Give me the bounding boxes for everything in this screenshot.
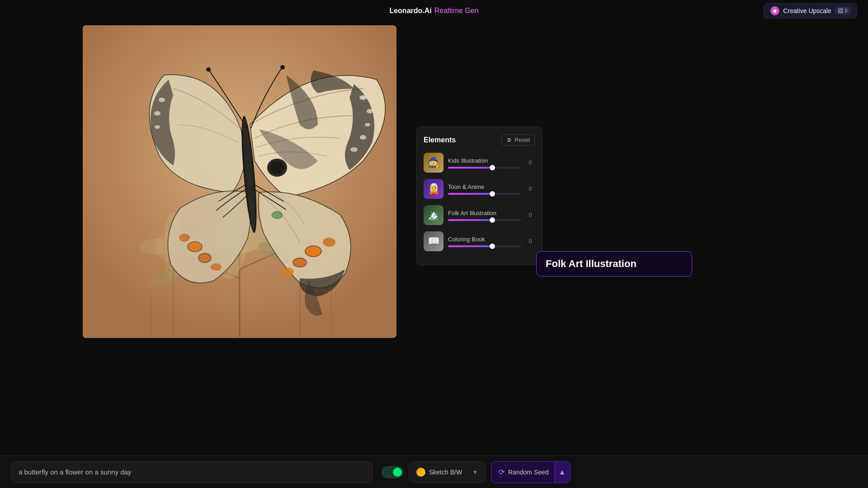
toon-anime-fill: [448, 193, 493, 195]
svg-point-27: [350, 147, 358, 152]
coloring-book-thumb: 📖: [424, 231, 443, 251]
folk-art-thumb: 🏔️: [424, 205, 443, 225]
style-selector[interactable]: Sketch B/W ▼: [409, 461, 486, 483]
svg-point-57: [270, 161, 284, 174]
element-item-coloring: 📖 Coloring Book 0: [424, 231, 535, 251]
svg-point-26: [360, 135, 366, 140]
header-center: Leonardo.Ai Realtime Gen: [389, 7, 478, 15]
toon-anime-name: Toon & Anime: [448, 183, 521, 190]
reset-icon: [506, 137, 512, 143]
element-item-toon: 🧝 Toon & Anime 0: [424, 179, 535, 199]
random-seed-label: Random Seed: [508, 469, 549, 476]
main-canvas: [83, 25, 396, 338]
toon-anime-thumb: 🧝: [424, 179, 443, 199]
reset-button[interactable]: Reset: [501, 134, 535, 145]
element-item-kids: 🧙 Kids Illustration 0: [424, 153, 535, 173]
svg-point-24: [367, 109, 373, 113]
svg-point-30: [155, 125, 160, 129]
seed-icon: ⟳: [499, 468, 505, 476]
creative-upscale-button[interactable]: Creative Upscale 🖼 8: [764, 3, 857, 19]
folk-art-name: Folk Art Illustration: [448, 210, 521, 216]
svg-point-34: [323, 238, 335, 247]
bottom-toolbar: a butterfly on a flower on a sunny day S…: [0, 455, 868, 488]
folk-art-slider-track[interactable]: [448, 219, 521, 221]
header: Leonardo.Ai Realtime Gen Creative Upscal…: [0, 0, 868, 22]
seed-expand-button[interactable]: ▲: [554, 461, 571, 483]
creative-upscale-label: Creative Upscale: [783, 7, 831, 14]
toggle-knob: [393, 468, 402, 477]
style-label: Sketch B/W: [429, 469, 462, 476]
toon-anime-slider-track[interactable]: [448, 193, 521, 195]
elements-title: Elements: [424, 136, 456, 144]
svg-point-55: [280, 65, 285, 70]
folk-art-fill: [448, 219, 493, 221]
chevron-up-icon: ▲: [559, 468, 566, 476]
prompt-toggle[interactable]: [382, 466, 403, 478]
upscale-count-badge: 🖼 8: [835, 7, 850, 15]
toggle-area: [382, 466, 403, 478]
kids-illustration-thumb: 🧙: [424, 153, 443, 173]
coloring-book-value: 0: [526, 238, 535, 244]
app-mode: Realtime Gen: [434, 7, 479, 15]
app-logo: Leonardo.Ai: [389, 7, 431, 15]
style-icon: [416, 468, 425, 477]
kids-illustration-name: Kids Illustration: [448, 157, 521, 164]
generated-image: [83, 25, 396, 338]
reset-label: Reset: [514, 136, 530, 143]
prompt-input[interactable]: [11, 461, 373, 483]
chevron-down-icon: ▼: [472, 469, 478, 475]
folk-art-popup: Folk Art Illustration: [536, 251, 692, 277]
elements-header: Elements Reset: [424, 134, 535, 145]
random-seed-button[interactable]: ⟳ Random Seed: [491, 461, 556, 483]
toon-anime-info: Toon & Anime: [448, 183, 521, 195]
random-seed-container: ⟳ Random Seed ▲: [491, 461, 571, 483]
svg-point-28: [159, 98, 165, 102]
svg-point-23: [359, 95, 367, 100]
kids-illustration-slider-track[interactable]: [448, 167, 521, 169]
elements-panel: Elements Reset 🧙 Kids Illustration 0 🧝 T…: [416, 127, 542, 265]
coloring-book-slider-track[interactable]: [448, 245, 521, 247]
svg-point-25: [365, 123, 370, 127]
coloring-book-fill: [448, 245, 493, 247]
folk-art-popup-title: Folk Art Illustration: [546, 258, 683, 270]
folk-art-thumb-handle: [490, 217, 495, 223]
svg-point-42: [179, 234, 190, 242]
butterfly-svg: [83, 25, 396, 338]
coloring-book-info: Coloring Book: [448, 236, 521, 247]
folk-art-value: 0: [526, 212, 535, 218]
coloring-book-thumb-handle: [490, 244, 495, 249]
svg-point-41: [211, 263, 222, 271]
svg-point-54: [206, 67, 211, 72]
upscale-icon: [770, 6, 779, 15]
header-right: Creative Upscale 🖼 8: [764, 3, 857, 19]
toon-anime-thumb-handle: [490, 191, 495, 197]
toon-anime-value: 0: [526, 186, 535, 192]
kids-illustration-info: Kids Illustration: [448, 157, 521, 169]
svg-point-29: [154, 111, 160, 116]
svg-point-33: [283, 267, 294, 276]
folk-art-info: Folk Art Illustration: [448, 210, 521, 221]
coloring-book-name: Coloring Book: [448, 236, 521, 243]
kids-illustration-thumb-handle: [490, 165, 495, 170]
kids-illustration-value: 0: [526, 160, 535, 166]
element-item-folk: 🏔️ Folk Art Illustration 0: [424, 205, 535, 225]
kids-illustration-fill: [448, 167, 493, 169]
